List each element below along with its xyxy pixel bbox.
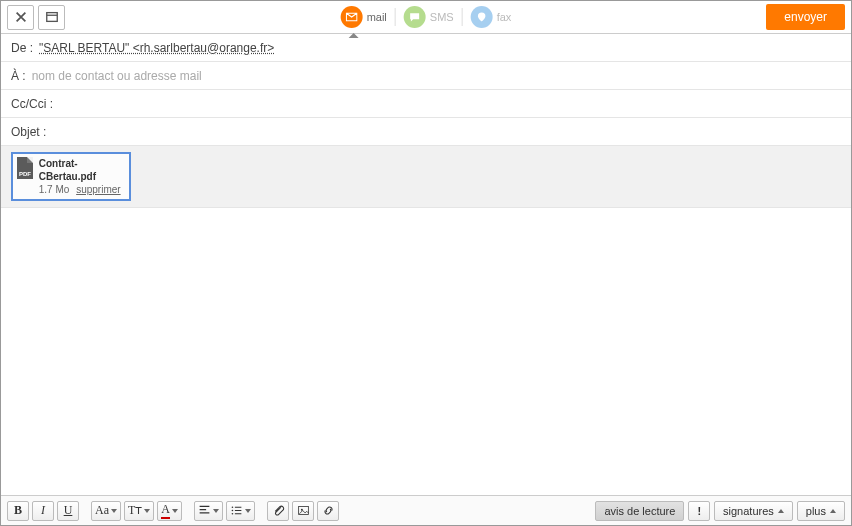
compose-body[interactable]	[1, 208, 851, 495]
toolbar-right: avis de lecture ! signatures plus	[595, 501, 845, 521]
channel-separator	[395, 8, 396, 26]
image-button[interactable]	[292, 501, 314, 521]
font-color-button[interactable]: A	[157, 501, 182, 521]
link-button[interactable]	[317, 501, 339, 521]
mail-icon	[341, 6, 363, 28]
attachment-area: PDF Contrat-CBertau.pdf 1.7 Mo supprimer	[1, 146, 851, 208]
font-size-button[interactable]: Aa	[91, 501, 121, 521]
font-family-button[interactable]: Tᴛ	[124, 501, 154, 521]
pdf-file-icon: PDF	[17, 157, 33, 179]
link-icon	[322, 504, 335, 517]
svg-point-2	[232, 506, 234, 508]
channel-fax-label: fax	[497, 11, 512, 23]
attachment-size: 1.7 Mo	[39, 184, 70, 195]
image-icon	[297, 504, 310, 517]
channel-fax[interactable]: fax	[471, 6, 512, 28]
attachment-name: Contrat-CBertau.pdf	[39, 157, 123, 183]
italic-button[interactable]: I	[32, 501, 54, 521]
from-value[interactable]: "SARL BERTAU" <rh.sarlbertau@orange.fr>	[39, 41, 274, 55]
fax-icon	[471, 6, 493, 28]
channel-mail[interactable]: mail	[341, 6, 387, 28]
compose-window: mail SMS fax envoyer De : "SARL BERTAU" …	[0, 0, 852, 526]
priority-button[interactable]: !	[688, 501, 710, 521]
attachment-info: Contrat-CBertau.pdf 1.7 Mo supprimer	[39, 157, 123, 196]
attachment-meta: 1.7 Mo supprimer	[39, 183, 123, 196]
paperclip-icon	[272, 504, 285, 517]
bold-button[interactable]: B	[7, 501, 29, 521]
from-row: De : "SARL BERTAU" <rh.sarlbertau@orange…	[1, 34, 851, 62]
read-receipt-button[interactable]: avis de lecture	[595, 501, 684, 521]
list-button[interactable]	[226, 501, 255, 521]
channel-tabs: mail SMS fax	[341, 6, 512, 28]
detach-window-button[interactable]	[38, 5, 65, 30]
subject-input[interactable]	[52, 125, 841, 139]
signatures-button[interactable]: signatures	[714, 501, 793, 521]
formatting-toolbar: B I U Aa Tᴛ A	[1, 495, 851, 525]
attachment-delete-link[interactable]: supprimer	[76, 184, 120, 195]
align-icon	[198, 504, 211, 517]
svg-rect-0	[46, 13, 57, 22]
underline-button[interactable]: U	[57, 501, 79, 521]
sms-icon	[404, 6, 426, 28]
to-row: À :	[1, 62, 851, 90]
send-button[interactable]: envoyer	[766, 4, 845, 30]
svg-point-4	[232, 513, 234, 515]
to-label: À :	[11, 69, 26, 83]
subject-label: Objet :	[11, 125, 46, 139]
channel-sms-label: SMS	[430, 11, 454, 23]
list-icon	[230, 504, 243, 517]
align-button[interactable]	[194, 501, 223, 521]
subject-row: Objet :	[1, 118, 851, 146]
cc-label: Cc/Cci :	[11, 97, 53, 111]
to-input[interactable]	[32, 69, 841, 83]
top-bar: mail SMS fax envoyer	[1, 1, 851, 34]
close-button[interactable]	[7, 5, 34, 30]
from-label: De :	[11, 41, 33, 55]
svg-point-3	[232, 510, 234, 512]
more-button[interactable]: plus	[797, 501, 845, 521]
channel-separator	[462, 8, 463, 26]
cc-row[interactable]: Cc/Cci :	[1, 90, 851, 118]
attach-button[interactable]	[267, 501, 289, 521]
channel-mail-label: mail	[367, 11, 387, 23]
channel-sms[interactable]: SMS	[404, 6, 454, 28]
attachment-item[interactable]: PDF Contrat-CBertau.pdf 1.7 Mo supprimer	[11, 152, 131, 201]
